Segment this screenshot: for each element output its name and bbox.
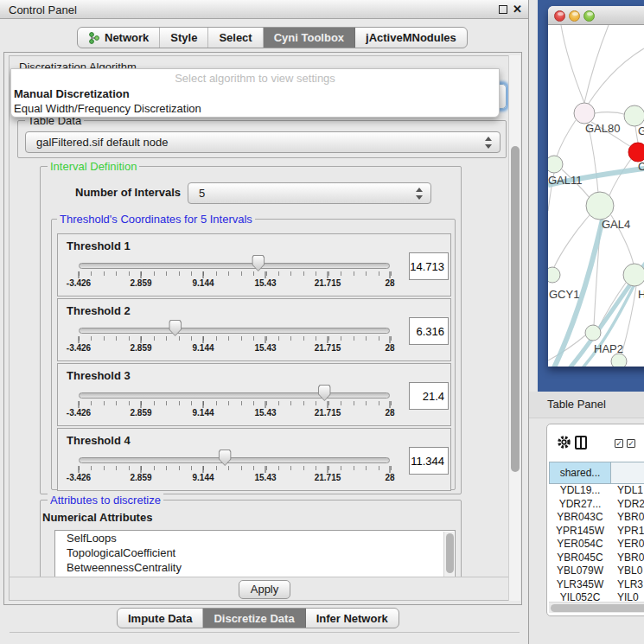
tab-impute-data[interactable]: Impute Data (118, 609, 203, 628)
table-body: YDL19...YDL1 YDR27...YDR2 YBR043CYBR0 YP… (549, 484, 644, 601)
split-panel-icon[interactable] (575, 436, 587, 450)
node-gal4[interactable] (586, 192, 614, 220)
node-label-gal4: GAL4 (602, 218, 630, 231)
checkbox-icon[interactable]: ✓ (615, 439, 623, 448)
slider-ticks (79, 401, 392, 405)
zoom-traffic-light-icon[interactable] (583, 10, 595, 22)
tab-cyni-toolbox[interactable]: Cyni Toolbox (264, 28, 355, 48)
threshold-3-value-field[interactable] (409, 382, 449, 410)
table-row[interactable]: YIL052CYIL0 (549, 591, 644, 601)
table-data-group: Table Data galFiltered.sif default node (17, 120, 507, 158)
list-item[interactable]: SelfLoops (55, 531, 455, 545)
dropdown-option-equal-width[interactable]: Equal Width/Frequency Discretization (14, 102, 201, 115)
threshold-1-value-field[interactable] (409, 252, 449, 280)
table-row[interactable]: YBL079WYBL0 (549, 564, 644, 578)
threshold-4-value-field[interactable] (409, 447, 449, 475)
num-intervals-combobox[interactable]: 5 (188, 182, 431, 204)
network-window-titlebar[interactable] (548, 6, 644, 25)
node-label-fragment-g: G (638, 124, 644, 137)
table-row[interactable]: YDL19...YDL1 (549, 484, 644, 498)
table-horizontal-scrollbar[interactable] (549, 602, 644, 613)
node-label-gal80: GAL80 (585, 122, 620, 135)
window-title: Control Panel (9, 3, 77, 16)
threshold-1-slider-track[interactable] (79, 263, 390, 269)
numerical-attributes-list: SelfLoops TopologicalCoefficient Between… (54, 530, 456, 577)
node-selected-red[interactable] (628, 143, 644, 162)
node-right-h[interactable] (623, 264, 644, 286)
tab-infer-network[interactable]: Infer Network (306, 609, 399, 628)
threshold-4-box: Threshold 4 -3.426 2.859 9.144 15.43 21.… (57, 428, 451, 491)
node-top-right[interactable] (624, 105, 644, 126)
threshold-2-slider-thumb[interactable] (169, 320, 182, 336)
tab-style[interactable]: Style (160, 28, 208, 48)
table-row[interactable]: YPR145WYPR1 (549, 525, 644, 539)
table-row[interactable]: YBR043CYBR0 (549, 511, 644, 525)
apply-button[interactable]: Apply (239, 580, 290, 599)
table-row[interactable]: YLR345WYLR3 (549, 578, 644, 592)
threshold-2-value-field[interactable] (409, 317, 449, 345)
close-traffic-light-icon[interactable] (554, 10, 565, 22)
control-panel-tabbar: Network Style Select Cyni Toolbox jActiv… (77, 27, 468, 48)
table-data-combobox[interactable]: galFiltered.sif default node (25, 131, 501, 153)
column-header-name[interactable]: na (611, 462, 644, 484)
combo-stepper-icon (485, 136, 492, 150)
control-panel-titlebar[interactable]: Control Panel ✕ (0, 0, 528, 19)
slider-ticks (79, 336, 392, 341)
num-intervals-label: Number of Intervals (75, 186, 181, 199)
tab-jactivemnodules[interactable]: jActiveMNodules (355, 28, 467, 48)
network-view-window: GAL80 G C GAL11 GAL4 GCY1 H HAP2 (548, 6, 644, 367)
dropdown-option-manual[interactable]: Manual Discretization (14, 87, 130, 100)
tab-network-label: Network (105, 31, 149, 44)
algorithm-dropdown-popup: Select algorithm to view settings Manual… (10, 68, 500, 118)
cyni-scroll-viewport: Discretization Algorithm Select algorith… (9, 55, 508, 577)
table-row[interactable]: YBR045CYBR0 (549, 552, 644, 565)
interval-group-title: Interval Definition (48, 160, 139, 173)
apply-strip (10, 632, 520, 644)
interval-definition-group: Interval Definition Number of Intervals … (40, 166, 462, 494)
float-window-icon[interactable] (499, 5, 507, 14)
tab-network[interactable]: Network (78, 28, 160, 48)
table-panel-titlebar[interactable]: Table Panel (529, 392, 644, 418)
table-data-selected: galFiltered.sif default node (36, 136, 168, 149)
close-icon[interactable]: ✕ (513, 3, 522, 16)
node-gal11[interactable] (548, 156, 563, 173)
tab-discretize-data[interactable]: Discretize Data (203, 609, 305, 628)
list-scrollbar[interactable] (443, 532, 454, 577)
minimize-traffic-light-icon[interactable] (569, 10, 580, 22)
table-toolbar: ✓ ✓ (547, 424, 644, 461)
thresholds-group: Threshold's Coordinates for 5 Intervals … (51, 219, 456, 490)
network-icon (88, 32, 99, 44)
threshold-3-box: Threshold 3 -3.426 2.859 9.144 15.43 21.… (57, 363, 451, 426)
checkbox-icon[interactable]: ✓ (627, 439, 635, 448)
tab-select[interactable]: Select (208, 28, 263, 48)
threshold-4-slider-track[interactable] (79, 457, 390, 463)
threshold-2-slider-track[interactable] (79, 328, 390, 334)
thresholds-group-title: Threshold's Coordinates for 5 Intervals (57, 213, 255, 226)
node-hap2[interactable] (585, 325, 601, 341)
list-item[interactable]: BetweennessCentrality (55, 560, 455, 575)
node-gal80[interactable] (574, 103, 595, 124)
slider-ticks (79, 466, 392, 470)
network-canvas[interactable]: GAL80 G C GAL11 GAL4 GCY1 H HAP2 (548, 25, 644, 367)
node-label-hap2: HAP2 (594, 342, 623, 355)
table-row[interactable]: YER054CYER0 (549, 538, 644, 552)
column-header-shared-name[interactable]: shared... (549, 462, 611, 484)
control-panel-window: Control Panel ✕ Network Style Select Cyn… (0, 0, 529, 644)
node-label-gcy1: GCY1 (549, 288, 579, 301)
threshold-4-slider-thumb[interactable] (219, 450, 232, 466)
threshold-1-box: Threshold 1 -3.426 2.859 9.144 15.43 21.… (57, 233, 451, 296)
node-bottom[interactable] (611, 354, 627, 367)
dropdown-hint-option[interactable]: Select algorithm to view settings (11, 72, 499, 85)
attributes-group-title: Attributes to discretize (48, 494, 163, 507)
node-label-gal11: GAL11 (548, 174, 583, 187)
threshold-3-slider-track[interactable] (79, 392, 390, 399)
cyni-bottom-tabbar: Impute Data Discretize Data Infer Networ… (117, 608, 399, 628)
threshold-1-slider-thumb[interactable] (252, 255, 265, 271)
table-row[interactable]: YDR27...YDR2 (549, 498, 644, 512)
gear-icon[interactable] (557, 435, 571, 450)
threshold-3-slider-thumb[interactable] (318, 385, 331, 401)
attributes-group: Attributes to discretize Numerical Attri… (40, 500, 462, 577)
panel-vertical-scrollbar[interactable] (508, 55, 520, 601)
node-gcy1[interactable] (548, 267, 560, 283)
list-item[interactable]: TopologicalCoefficient (55, 545, 455, 560)
